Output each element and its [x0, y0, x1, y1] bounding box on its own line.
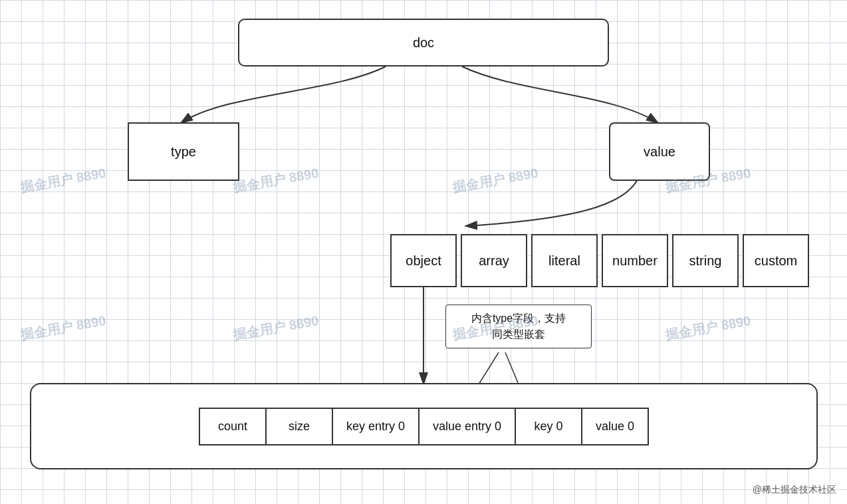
table-cell-size: size	[266, 408, 332, 445]
table-cell-key-0: key 0	[515, 408, 582, 445]
diagram-container: doc type value object array literal numb…	[0, 0, 847, 504]
value-to-types-arrow	[465, 178, 638, 226]
array-label: array	[479, 253, 509, 269]
custom-node: custom	[743, 234, 809, 287]
literal-label: literal	[548, 253, 580, 269]
doc-label: doc	[413, 35, 434, 51]
table-cell-value-0: value 0	[582, 408, 648, 445]
doc-to-value-arrow	[462, 66, 658, 123]
literal-node: literal	[531, 234, 598, 287]
object-node: object	[390, 234, 457, 287]
annotation-line1: 内含type字段，支持	[471, 313, 566, 324]
key-0-label: key 0	[535, 420, 563, 434]
object-label: object	[406, 253, 441, 269]
custom-label: custom	[755, 253, 797, 269]
table-cell-key-entry-0: key entry 0	[332, 408, 419, 445]
copyright: @稀土掘金技术社区	[753, 484, 836, 496]
size-cell-label: size	[289, 420, 310, 434]
doc-node: doc	[238, 19, 609, 66]
doc-to-type-arrow	[181, 66, 386, 123]
type-label: type	[171, 144, 196, 160]
copyright-text: @稀土掘金技术社区	[753, 484, 836, 495]
bottom-object-container: count size key entry 0 value entry 0 key…	[30, 383, 818, 469]
object-table: count size key entry 0 value entry 0 key…	[199, 408, 649, 445]
annotation-line1	[479, 352, 499, 384]
value-node: value	[609, 122, 710, 181]
type-node: type	[128, 122, 239, 181]
string-label: string	[689, 253, 722, 269]
count-cell-label: count	[218, 420, 247, 434]
key-entry-0-label: key entry 0	[346, 420, 405, 434]
annotation-box: 内含type字段，支持 同类型嵌套	[445, 305, 592, 348]
table-cell-count: count	[199, 408, 266, 445]
value-label: value	[644, 144, 675, 160]
array-node: array	[461, 234, 527, 287]
value-0-label: value 0	[596, 420, 634, 434]
annotation-line2	[505, 352, 519, 384]
number-node: number	[602, 234, 668, 287]
number-label: number	[612, 253, 658, 269]
table-cell-value-entry-0: value entry 0	[419, 408, 515, 445]
annotation-line2: 同类型嵌套	[492, 328, 545, 340]
string-node: string	[672, 234, 739, 287]
value-entry-0-label: value entry 0	[433, 420, 501, 434]
